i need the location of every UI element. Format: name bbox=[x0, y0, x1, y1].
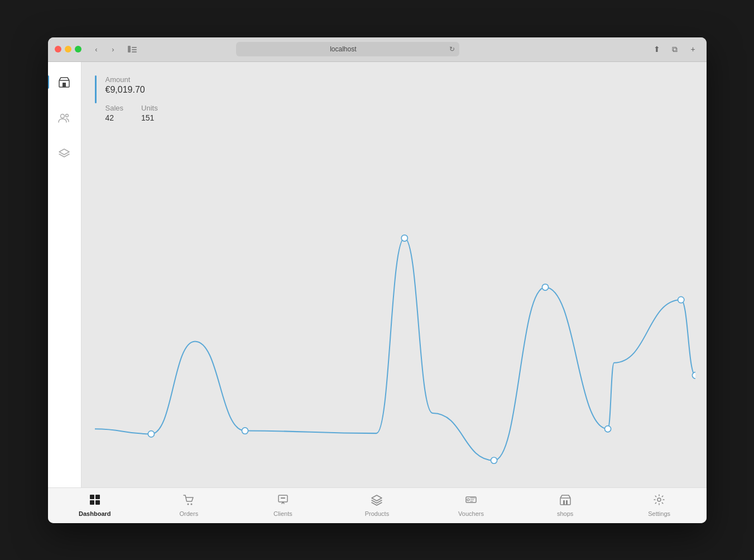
users-icon bbox=[58, 112, 70, 124]
amount-value: €9,019.70 bbox=[105, 85, 158, 95]
accent-bar bbox=[95, 75, 97, 103]
data-point-6 bbox=[678, 296, 684, 303]
clients-nav-label: Clients bbox=[273, 510, 292, 517]
settings-nav-label: Settings bbox=[648, 510, 670, 517]
svg-rect-2 bbox=[132, 49, 137, 50]
sales-stat: Sales 42 bbox=[105, 104, 124, 122]
data-point-5 bbox=[604, 425, 611, 432]
main-content: Amount €9,019.70 Sales 42 Units 151 bbox=[48, 62, 707, 487]
data-point-2 bbox=[401, 234, 407, 241]
nav-item-shops[interactable]: shops bbox=[543, 494, 588, 517]
vouchers-icon bbox=[465, 494, 477, 509]
svg-rect-9 bbox=[90, 495, 94, 499]
svg-rect-5 bbox=[63, 83, 66, 87]
chart-area: Amount €9,019.70 Sales 42 Units 151 bbox=[81, 62, 707, 487]
svg-point-13 bbox=[188, 504, 189, 505]
dashboard-icon bbox=[89, 494, 101, 509]
nav-item-clients[interactable]: Clients bbox=[261, 494, 305, 517]
layers-icon bbox=[58, 147, 70, 160]
url-text: localhost bbox=[241, 45, 446, 53]
new-tab-button[interactable]: ⧉ bbox=[668, 42, 681, 56]
nav-item-orders[interactable]: Orders bbox=[166, 494, 211, 517]
address-bar[interactable]: localhost ↻ bbox=[236, 42, 459, 56]
back-button[interactable]: ‹ bbox=[90, 43, 103, 55]
nav-item-vouchers[interactable]: Vouchers bbox=[449, 494, 493, 517]
amount-stat: Amount €9,019.70 bbox=[105, 75, 158, 95]
sidebar-item-layers[interactable] bbox=[53, 142, 75, 165]
share-button[interactable]: ⬆ bbox=[650, 42, 664, 56]
svg-rect-3 bbox=[132, 51, 137, 52]
line-chart bbox=[95, 142, 695, 487]
data-point-3 bbox=[491, 457, 497, 463]
svg-point-18 bbox=[467, 499, 469, 501]
svg-rect-21 bbox=[566, 500, 568, 505]
nav-item-products[interactable]: Products bbox=[354, 494, 399, 517]
shops-nav-label: shops bbox=[557, 510, 573, 517]
vouchers-nav-label: Vouchers bbox=[458, 510, 484, 517]
clients-icon bbox=[277, 494, 289, 509]
browser-window: ‹ › localhost ↻ ⬆ ⧉ + bbox=[48, 37, 707, 523]
units-label: Units bbox=[141, 104, 158, 112]
products-icon bbox=[371, 494, 383, 509]
svg-rect-16 bbox=[281, 497, 285, 499]
data-point-1 bbox=[242, 427, 248, 433]
sidebar bbox=[48, 62, 81, 487]
shops-icon bbox=[559, 494, 571, 509]
units-stat: Units 151 bbox=[141, 104, 158, 122]
traffic-lights bbox=[55, 46, 81, 52]
title-bar: ‹ › localhost ↻ ⬆ ⧉ + bbox=[48, 37, 707, 62]
stats-panel: Amount €9,019.70 Sales 42 Units 151 bbox=[105, 75, 158, 131]
svg-rect-19 bbox=[560, 498, 570, 505]
title-bar-actions: ⬆ ⧉ + bbox=[650, 42, 699, 56]
svg-rect-1 bbox=[132, 47, 137, 48]
products-nav-label: Products bbox=[365, 510, 389, 517]
units-value: 151 bbox=[141, 113, 158, 122]
svg-rect-11 bbox=[90, 500, 94, 505]
sidebar-item-users[interactable] bbox=[53, 107, 75, 129]
svg-rect-0 bbox=[128, 46, 131, 52]
svg-point-7 bbox=[66, 114, 69, 117]
bottom-nav: Dashboard Orders Clients bbox=[48, 487, 707, 523]
sales-value: 42 bbox=[105, 113, 124, 122]
store-icon bbox=[58, 76, 70, 88]
sidebar-item-store[interactable] bbox=[53, 71, 75, 93]
svg-point-22 bbox=[657, 498, 661, 501]
svg-point-6 bbox=[61, 114, 65, 118]
minimize-button[interactable] bbox=[65, 46, 71, 52]
nav-item-settings[interactable]: Settings bbox=[637, 494, 681, 517]
data-point-7 bbox=[692, 372, 695, 378]
maximize-button[interactable] bbox=[75, 46, 81, 52]
forward-button[interactable]: › bbox=[107, 43, 119, 55]
sales-label: Sales bbox=[105, 104, 124, 112]
settings-icon bbox=[653, 494, 665, 509]
svg-rect-10 bbox=[95, 495, 100, 499]
nav-item-dashboard[interactable]: Dashboard bbox=[73, 494, 117, 517]
chart-svg bbox=[95, 142, 695, 487]
add-button[interactable]: + bbox=[686, 42, 699, 56]
svg-point-14 bbox=[191, 504, 193, 505]
data-point-0 bbox=[148, 430, 154, 437]
reload-button[interactable]: ↻ bbox=[449, 45, 455, 53]
orders-nav-label: Orders bbox=[180, 510, 199, 517]
svg-rect-12 bbox=[95, 500, 100, 505]
dashboard-nav-label: Dashboard bbox=[79, 510, 111, 517]
amount-label: Amount bbox=[105, 75, 158, 84]
orders-icon bbox=[183, 494, 195, 509]
sidebar-toggle-button[interactable] bbox=[126, 43, 138, 55]
data-point-4 bbox=[542, 284, 548, 290]
svg-rect-20 bbox=[563, 500, 565, 505]
close-button[interactable] bbox=[55, 46, 61, 52]
